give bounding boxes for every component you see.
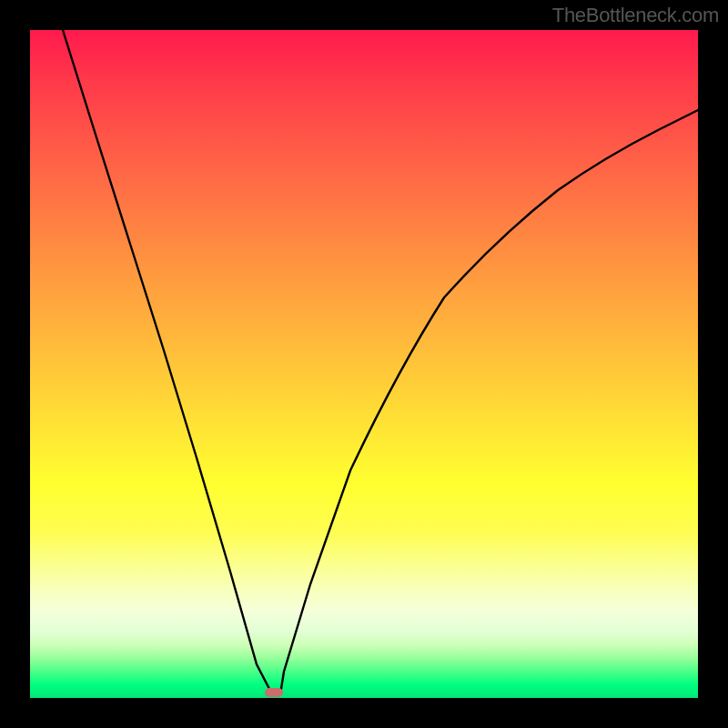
optimal-marker bbox=[265, 688, 283, 697]
chart-svg bbox=[30, 30, 698, 698]
bottleneck-curve bbox=[63, 30, 698, 696]
plot-area bbox=[30, 30, 698, 698]
chart-container: TheBottleneck.com bbox=[0, 0, 728, 728]
watermark-text: TheBottleneck.com bbox=[552, 4, 719, 27]
